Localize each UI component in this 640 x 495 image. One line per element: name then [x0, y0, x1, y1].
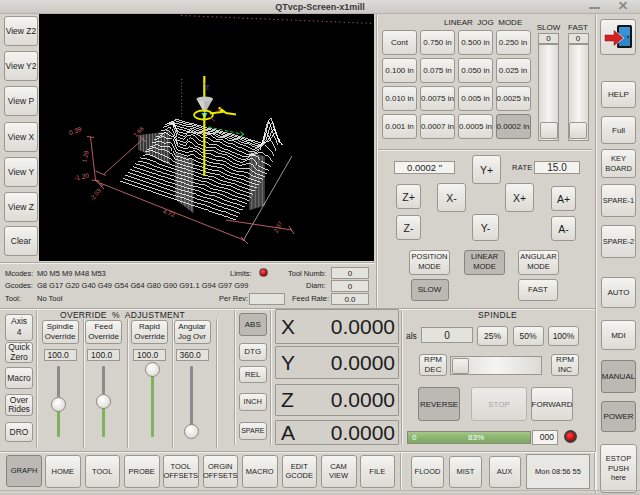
svg-text:1.29: 1.29	[81, 150, 89, 163]
svg-text:2.07: 2.07	[273, 220, 284, 234]
svg-text:-2.03: -2.03	[89, 187, 103, 202]
svg-text:0.39: 0.39	[68, 125, 83, 136]
svg-text:4.72: 4.72	[162, 207, 177, 218]
svg-text:-1.20: -1.20	[74, 172, 90, 182]
